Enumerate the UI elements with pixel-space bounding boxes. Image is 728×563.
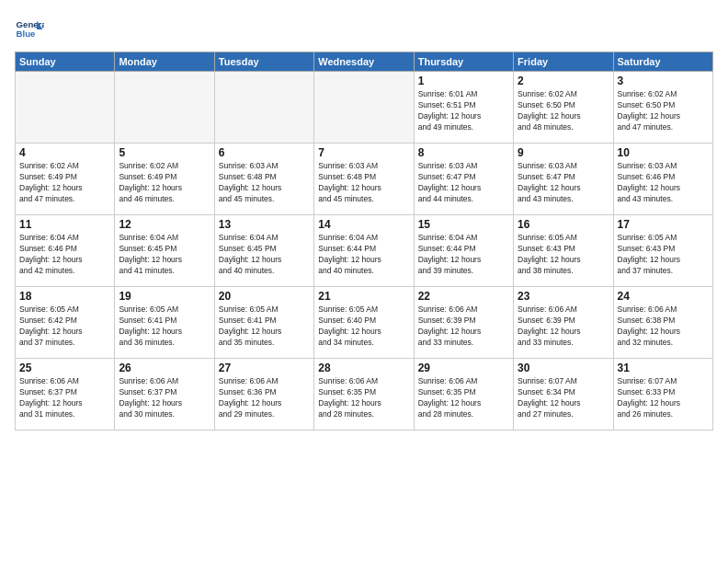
day-cell-8: 8Sunrise: 6:03 AM Sunset: 6:47 PM Daylig… <box>414 144 513 215</box>
day-info: Sunrise: 6:04 AM Sunset: 6:44 PM Dayligh… <box>418 233 509 277</box>
weekday-header-tuesday: Tuesday <box>214 52 313 72</box>
day-cell-29: 29Sunrise: 6:06 AM Sunset: 6:35 PM Dayli… <box>414 359 513 431</box>
day-number: 7 <box>318 146 409 159</box>
day-cell-19: 19Sunrise: 6:05 AM Sunset: 6:41 PM Dayli… <box>115 287 214 359</box>
day-number: 6 <box>219 146 310 159</box>
weekday-header-thursday: Thursday <box>414 52 513 72</box>
day-number: 29 <box>418 362 509 374</box>
day-info: Sunrise: 6:02 AM Sunset: 6:50 PM Dayligh… <box>518 89 609 133</box>
day-cell-31: 31Sunrise: 6:07 AM Sunset: 6:33 PM Dayli… <box>613 359 712 431</box>
day-info: Sunrise: 6:06 AM Sunset: 6:36 PM Dayligh… <box>219 376 310 420</box>
day-cell-28: 28Sunrise: 6:06 AM Sunset: 6:35 PM Dayli… <box>314 359 414 431</box>
day-number: 9 <box>518 146 609 159</box>
day-cell-22: 22Sunrise: 6:06 AM Sunset: 6:39 PM Dayli… <box>414 287 513 359</box>
weekday-header-row: SundayMondayTuesdayWednesdayThursdayFrid… <box>16 52 713 72</box>
day-number: 23 <box>518 290 609 303</box>
day-cell-9: 9Sunrise: 6:03 AM Sunset: 6:47 PM Daylig… <box>514 144 613 215</box>
day-info: Sunrise: 6:04 AM Sunset: 6:45 PM Dayligh… <box>219 233 310 277</box>
day-info: Sunrise: 6:06 AM Sunset: 6:35 PM Dayligh… <box>318 376 409 420</box>
day-cell-3: 3Sunrise: 6:02 AM Sunset: 6:50 PM Daylig… <box>613 72 712 144</box>
day-number: 21 <box>318 290 409 303</box>
day-cell-18: 18Sunrise: 6:05 AM Sunset: 6:42 PM Dayli… <box>16 287 115 359</box>
day-cell-26: 26Sunrise: 6:06 AM Sunset: 6:37 PM Dayli… <box>115 359 214 431</box>
svg-text:Blue: Blue <box>17 29 36 39</box>
day-cell-20: 20Sunrise: 6:05 AM Sunset: 6:41 PM Dayli… <box>214 287 313 359</box>
day-cell-30: 30Sunrise: 6:07 AM Sunset: 6:34 PM Dayli… <box>514 359 613 431</box>
day-info: Sunrise: 6:02 AM Sunset: 6:50 PM Dayligh… <box>618 89 709 133</box>
week-row-2: 4Sunrise: 6:02 AM Sunset: 6:49 PM Daylig… <box>16 144 713 215</box>
day-info: Sunrise: 6:05 AM Sunset: 6:43 PM Dayligh… <box>618 233 709 277</box>
day-number: 30 <box>518 362 609 374</box>
day-cell-17: 17Sunrise: 6:05 AM Sunset: 6:43 PM Dayli… <box>613 215 712 287</box>
day-number: 19 <box>119 290 210 303</box>
day-cell-13: 13Sunrise: 6:04 AM Sunset: 6:45 PM Dayli… <box>214 215 313 287</box>
weekday-header-wednesday: Wednesday <box>314 52 414 72</box>
day-cell-21: 21Sunrise: 6:05 AM Sunset: 6:40 PM Dayli… <box>314 287 414 359</box>
day-info: Sunrise: 6:02 AM Sunset: 6:49 PM Dayligh… <box>119 161 210 205</box>
day-info: Sunrise: 6:06 AM Sunset: 6:37 PM Dayligh… <box>19 376 110 420</box>
day-info: Sunrise: 6:06 AM Sunset: 6:39 PM Dayligh… <box>518 304 609 349</box>
day-info: Sunrise: 6:05 AM Sunset: 6:41 PM Dayligh… <box>119 304 210 349</box>
day-info: Sunrise: 6:05 AM Sunset: 6:41 PM Dayligh… <box>219 304 310 349</box>
day-info: Sunrise: 6:03 AM Sunset: 6:48 PM Dayligh… <box>318 161 409 205</box>
day-number: 20 <box>219 290 310 303</box>
day-cell-15: 15Sunrise: 6:04 AM Sunset: 6:44 PM Dayli… <box>414 215 513 287</box>
day-info: Sunrise: 6:06 AM Sunset: 6:37 PM Dayligh… <box>119 376 210 420</box>
day-info: Sunrise: 6:05 AM Sunset: 6:43 PM Dayligh… <box>518 233 609 277</box>
day-info: Sunrise: 6:04 AM Sunset: 6:45 PM Dayligh… <box>119 233 210 277</box>
day-cell-14: 14Sunrise: 6:04 AM Sunset: 6:44 PM Dayli… <box>314 215 414 287</box>
day-info: Sunrise: 6:01 AM Sunset: 6:51 PM Dayligh… <box>418 89 509 133</box>
day-cell-16: 16Sunrise: 6:05 AM Sunset: 6:43 PM Dayli… <box>514 215 613 287</box>
day-number: 3 <box>618 75 709 87</box>
day-number: 24 <box>618 290 709 303</box>
day-cell-12: 12Sunrise: 6:04 AM Sunset: 6:45 PM Dayli… <box>115 215 214 287</box>
day-number: 14 <box>318 218 409 231</box>
day-number: 16 <box>518 218 609 231</box>
day-number: 27 <box>219 362 310 374</box>
logo: General Blue <box>15 15 48 44</box>
empty-cell <box>115 72 214 144</box>
day-number: 31 <box>618 362 709 374</box>
weekday-header-saturday: Saturday <box>613 52 712 72</box>
day-cell-4: 4Sunrise: 6:02 AM Sunset: 6:49 PM Daylig… <box>16 144 115 215</box>
day-number: 15 <box>418 218 509 231</box>
day-number: 17 <box>618 218 709 231</box>
day-number: 22 <box>418 290 509 303</box>
day-cell-11: 11Sunrise: 6:04 AM Sunset: 6:46 PM Dayli… <box>16 215 115 287</box>
day-info: Sunrise: 6:06 AM Sunset: 6:38 PM Dayligh… <box>618 304 709 349</box>
day-cell-25: 25Sunrise: 6:06 AM Sunset: 6:37 PM Dayli… <box>16 359 115 431</box>
week-row-1: 1Sunrise: 6:01 AM Sunset: 6:51 PM Daylig… <box>16 72 713 144</box>
day-number: 25 <box>19 362 110 374</box>
day-number: 1 <box>418 75 509 87</box>
day-number: 4 <box>19 146 110 159</box>
day-info: Sunrise: 6:02 AM Sunset: 6:49 PM Dayligh… <box>19 161 110 205</box>
day-number: 5 <box>119 146 210 159</box>
day-cell-1: 1Sunrise: 6:01 AM Sunset: 6:51 PM Daylig… <box>414 72 513 144</box>
day-number: 11 <box>19 218 110 231</box>
day-number: 13 <box>219 218 310 231</box>
week-row-4: 18Sunrise: 6:05 AM Sunset: 6:42 PM Dayli… <box>16 287 713 359</box>
day-info: Sunrise: 6:07 AM Sunset: 6:34 PM Dayligh… <box>518 376 609 420</box>
day-cell-10: 10Sunrise: 6:03 AM Sunset: 6:46 PM Dayli… <box>613 144 712 215</box>
weekday-header-friday: Friday <box>514 52 613 72</box>
empty-cell <box>214 72 313 144</box>
calendar-table: SundayMondayTuesdayWednesdayThursdayFrid… <box>15 52 713 431</box>
empty-cell <box>314 72 414 144</box>
day-info: Sunrise: 6:04 AM Sunset: 6:46 PM Dayligh… <box>19 233 110 277</box>
day-cell-23: 23Sunrise: 6:06 AM Sunset: 6:39 PM Dayli… <box>514 287 613 359</box>
day-info: Sunrise: 6:05 AM Sunset: 6:40 PM Dayligh… <box>318 304 409 349</box>
day-info: Sunrise: 6:03 AM Sunset: 6:46 PM Dayligh… <box>618 161 709 205</box>
day-cell-6: 6Sunrise: 6:03 AM Sunset: 6:48 PM Daylig… <box>214 144 313 215</box>
day-number: 10 <box>618 146 709 159</box>
day-cell-7: 7Sunrise: 6:03 AM Sunset: 6:48 PM Daylig… <box>314 144 414 215</box>
weekday-header-monday: Monday <box>115 52 214 72</box>
logo-icon: General Blue <box>15 15 44 44</box>
week-row-3: 11Sunrise: 6:04 AM Sunset: 6:46 PM Dayli… <box>16 215 713 287</box>
day-number: 8 <box>418 146 509 159</box>
week-row-5: 25Sunrise: 6:06 AM Sunset: 6:37 PM Dayli… <box>16 359 713 431</box>
day-info: Sunrise: 6:07 AM Sunset: 6:33 PM Dayligh… <box>618 376 709 420</box>
weekday-header-sunday: Sunday <box>16 52 115 72</box>
day-info: Sunrise: 6:03 AM Sunset: 6:48 PM Dayligh… <box>219 161 310 205</box>
day-number: 28 <box>318 362 409 374</box>
empty-cell <box>16 72 115 144</box>
